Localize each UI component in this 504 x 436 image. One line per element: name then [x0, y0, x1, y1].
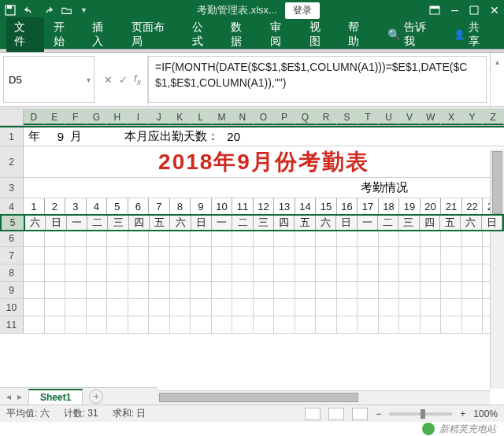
empty-cell[interactable]	[45, 230, 66, 246]
row-header[interactable]: 1	[0, 127, 24, 146]
empty-cell[interactable]	[399, 316, 421, 333]
empty-cell[interactable]	[107, 282, 128, 298]
share-button[interactable]: 👤共享	[446, 17, 498, 52]
horizontal-scrollbar[interactable]	[158, 390, 490, 405]
empty-cell[interactable]	[107, 299, 128, 316]
empty-cell[interactable]	[212, 282, 233, 298]
column-header[interactable]: O	[254, 109, 275, 125]
row-header[interactable]: 8	[0, 264, 24, 281]
empty-cell[interactable]	[212, 299, 233, 316]
empty-cell[interactable]	[212, 264, 233, 281]
weekday-cell[interactable]: 日	[336, 216, 357, 230]
empty-cell[interactable]	[316, 264, 337, 281]
row-header[interactable]: 11	[0, 316, 24, 333]
column-header[interactable]: K	[170, 109, 191, 125]
empty-cell[interactable]	[170, 247, 191, 264]
empty-cell[interactable]	[358, 282, 379, 298]
weekday-cell[interactable]: 三	[398, 216, 419, 230]
empty-cell[interactable]	[45, 299, 66, 316]
empty-cell[interactable]	[421, 264, 442, 281]
qat-dropdown-icon[interactable]: ▼	[80, 6, 87, 14]
empty-cell[interactable]	[316, 282, 337, 298]
day-number-cell[interactable]: 20	[421, 198, 442, 215]
weekday-cell[interactable]: 一	[212, 216, 232, 230]
row-5-selected[interactable]: 5 六日一二三四五六日一二三四五六日一二三四五六日	[0, 214, 504, 231]
tab-insert[interactable]: 插入	[84, 17, 122, 52]
empty-cell[interactable]	[87, 316, 108, 333]
day-number-cell[interactable]: 8	[170, 198, 191, 215]
empty-cell[interactable]	[399, 247, 421, 264]
attend-days-value[interactable]: 20	[219, 130, 248, 143]
row-header[interactable]: 5	[2, 216, 25, 230]
empty-cell[interactable]	[379, 282, 400, 298]
column-header[interactable]: D	[24, 109, 45, 125]
name-box[interactable]: D5	[3, 56, 94, 103]
open-folder-icon[interactable]	[61, 5, 72, 16]
row-header[interactable]: 7	[0, 247, 24, 264]
empty-cell[interactable]	[462, 282, 484, 298]
day-number-cell[interactable]: 18	[379, 198, 400, 215]
empty-cell[interactable]	[24, 230, 45, 246]
day-number-cell[interactable]: 1	[24, 198, 45, 215]
fx-icon[interactable]: fx	[134, 72, 141, 87]
sheet-nav-next-icon[interactable]: ▸	[17, 391, 22, 402]
empty-cell[interactable]	[191, 316, 212, 333]
empty-cell[interactable]	[274, 282, 295, 298]
tab-formulas[interactable]: 公式	[184, 17, 222, 52]
tab-layout[interactable]: 页面布局	[124, 17, 183, 52]
empty-cell[interactable]	[232, 299, 254, 316]
empty-cell[interactable]	[379, 247, 400, 264]
accept-formula-icon[interactable]: ✓	[119, 74, 128, 86]
empty-cell[interactable]	[128, 299, 150, 316]
empty-cell[interactable]	[441, 247, 462, 264]
ribbon-display-icon[interactable]	[429, 6, 440, 15]
day-number-cell[interactable]: 7	[149, 198, 170, 215]
sheet-nav-prev-icon[interactable]: ◂	[6, 391, 11, 402]
day-number-cell[interactable]: 17	[358, 198, 379, 215]
empty-cell[interactable]	[358, 299, 379, 316]
select-all-triangle[interactable]	[0, 109, 24, 125]
view-normal-icon[interactable]	[305, 408, 321, 420]
empty-cell[interactable]	[254, 247, 275, 264]
empty-cell[interactable]	[274, 230, 295, 246]
tellme[interactable]: 🔍告诉我	[380, 17, 444, 52]
empty-cell[interactable]	[149, 299, 170, 316]
row-header[interactable]: 10	[0, 299, 24, 316]
empty-cell[interactable]	[65, 230, 87, 246]
column-header[interactable]: W	[421, 109, 442, 125]
empty-cell[interactable]	[45, 247, 66, 264]
empty-cell[interactable]	[232, 316, 254, 333]
weekday-cell[interactable]: 四	[129, 216, 150, 230]
zoom-slider[interactable]	[389, 412, 452, 416]
day-number-cell[interactable]: 21	[441, 198, 462, 215]
column-header[interactable]: S	[337, 109, 358, 125]
empty-cell[interactable]	[337, 282, 358, 298]
tab-review[interactable]: 审阅	[262, 17, 300, 52]
empty-cell[interactable]	[421, 230, 442, 246]
weekday-cell[interactable]: 四	[274, 216, 295, 230]
empty-cell[interactable]	[316, 316, 337, 333]
empty-cell[interactable]	[337, 316, 358, 333]
weekday-cell[interactable]: 一	[358, 216, 378, 230]
day-number-cell[interactable]: 13	[274, 198, 295, 215]
day-number-cell[interactable]: 6	[128, 198, 150, 215]
empty-cell[interactable]	[87, 230, 108, 246]
view-page-layout-icon[interactable]	[328, 408, 344, 420]
empty-cell[interactable]	[441, 282, 462, 298]
empty-cell[interactable]	[379, 264, 400, 281]
row-header[interactable]: 9	[0, 282, 24, 298]
empty-cell[interactable]	[379, 299, 400, 316]
row-header[interactable]: 6	[0, 230, 24, 246]
empty-cell[interactable]	[379, 230, 400, 246]
day-number-cell[interactable]: 19	[399, 198, 421, 215]
day-number-cell[interactable]: 22	[462, 198, 484, 215]
zoom-level[interactable]: 100%	[473, 408, 498, 419]
column-header[interactable]: H	[107, 109, 128, 125]
empty-cell[interactable]	[65, 247, 87, 264]
empty-cell[interactable]	[254, 230, 275, 246]
empty-cell[interactable]	[107, 230, 128, 246]
month-value[interactable]: 9	[45, 130, 66, 143]
weekday-cell[interactable]: 三	[108, 216, 128, 230]
add-sheet-icon[interactable]: +	[89, 390, 103, 404]
empty-cell[interactable]	[316, 230, 337, 246]
